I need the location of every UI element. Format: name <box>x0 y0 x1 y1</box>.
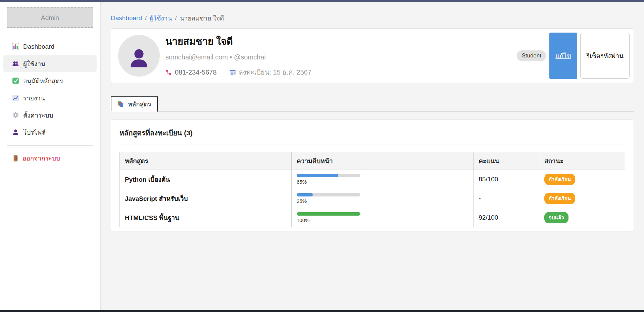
brand-logo: Admin <box>7 7 93 28</box>
sidebar-item-label: ตั้งค่าระบบ <box>23 110 53 120</box>
table-row: HTML/CSS พื้นฐาน 100% 92/100 จบแล้ว <box>120 208 625 227</box>
panel-title: หลักสูตรที่ลงทะเบียน (3) <box>119 127 625 138</box>
edit-button[interactable]: แก้ไข <box>549 33 577 79</box>
avatar <box>118 35 160 77</box>
trend-chart-icon <box>12 94 19 101</box>
table-row: JavaScript สำหรับเว็บ 25% - กำลังเรียน <box>120 189 625 208</box>
sidebar-item-0[interactable]: Dashboard <box>3 38 97 55</box>
sidebar-item-4[interactable]: ตั้งค่าระบบ <box>3 106 97 124</box>
bottom-accent-bar <box>0 310 644 312</box>
sidebar-item-label: รายงาน <box>23 93 45 103</box>
user-email-handle: somchai@email.com • @somchai <box>165 53 517 61</box>
table-row: Python เบื้องต้น 65% 85/100 กำลังเรียน <box>120 170 625 189</box>
sidebar-item-3[interactable]: รายงาน <box>3 89 97 106</box>
user-phone: 081-234-5678 <box>165 69 217 76</box>
books-icon <box>117 100 125 108</box>
progress-label: 25% <box>297 198 468 204</box>
progress-bar-fill <box>297 174 338 177</box>
user-registered-date: ลงทะเบียน: 15 ธ.ค. 2567 <box>230 67 312 78</box>
progress-bar <box>297 212 360 216</box>
progress-bar <box>297 174 360 177</box>
tab-strip: หลักสูตร <box>111 96 634 112</box>
status-badge: กำลังเรียน <box>544 174 575 185</box>
sidebar-item-label: ผู้ใช้งาน <box>23 59 45 69</box>
user-name: นายสมชาย ใจดี <box>165 34 517 49</box>
progress-bar <box>297 193 360 196</box>
column-header-2: คะแนน <box>474 152 539 170</box>
course-name: JavaScript สำหรับเว็บ <box>125 195 188 202</box>
tab-courses[interactable]: หลักสูตร <box>111 96 158 112</box>
sidebar-item-2[interactable]: อนุมัติหลักสูตร <box>3 72 97 89</box>
column-header-3: สถานะ <box>539 152 625 170</box>
score-cell: - <box>474 189 539 208</box>
tab-courses-label: หลักสูตร <box>128 99 151 109</box>
bar-chart-icon <box>12 43 19 50</box>
courses-panel: หลักสูตรที่ลงทะเบียน (3) หลักสูตรความคืบ… <box>111 120 634 231</box>
status-badge: จบแล้ว <box>544 212 568 223</box>
breadcrumb-separator: / <box>145 14 147 22</box>
score-cell: 92/100 <box>474 208 539 227</box>
check-square-icon <box>12 77 19 84</box>
door-icon <box>12 155 19 162</box>
main-content: Dashboard/ผู้ใช้งาน/นายสมชาย ใจดี นายสมช… <box>101 2 644 310</box>
sidebar-item-label: อนุมัติหลักสูตร <box>23 76 63 86</box>
person-icon <box>12 129 19 136</box>
users-icon <box>12 60 19 67</box>
column-header-0: หลักสูตร <box>120 152 292 170</box>
sidebar-nav: Dashboard ผู้ใช้งาน อนุมัติหลักสูตร รายง… <box>0 38 100 141</box>
breadcrumb-item-0[interactable]: Dashboard <box>111 14 142 22</box>
phone-icon <box>165 69 172 76</box>
breadcrumb-item-2: นายสมชาย ใจดี <box>180 13 224 23</box>
progress-label: 100% <box>297 217 468 223</box>
courses-table: หลักสูตรความคืบหน้าคะแนนสถานะ Python เบื… <box>119 152 625 227</box>
sidebar-item-5[interactable]: โปรไฟล์ <box>3 124 97 141</box>
sidebar-item-label: Dashboard <box>23 43 54 50</box>
progress-bar-fill <box>297 212 360 216</box>
progress-bar-fill <box>297 193 313 196</box>
gear-icon <box>12 112 19 119</box>
status-badge: กำลังเรียน <box>544 193 575 204</box>
calendar-icon <box>230 69 236 76</box>
sidebar-item-1[interactable]: ผู้ใช้งาน <box>3 55 97 72</box>
table-header-row: หลักสูตรความคืบหน้าคะแนนสถานะ <box>120 152 625 170</box>
course-name: Python เบื้องต้น <box>125 176 170 183</box>
breadcrumb-item-1[interactable]: ผู้ใช้งาน <box>150 13 172 23</box>
score-cell: 85/100 <box>474 170 539 189</box>
person-silhouette-icon <box>128 47 150 70</box>
sidebar-divider <box>7 145 93 146</box>
user-profile-card: นายสมชาย ใจดี somchai@email.com • @somch… <box>111 28 634 83</box>
column-header-1: ความคืบหน้า <box>292 152 474 170</box>
reset-password-button[interactable]: รีเซ็ตรหัสผ่าน <box>580 33 630 79</box>
breadcrumb: Dashboard/ผู้ใช้งาน/นายสมชาย ใจดี <box>111 13 634 23</box>
logout-label: ออกจากระบบ <box>22 153 60 163</box>
logout-link[interactable]: ออกจากระบบ <box>0 153 100 163</box>
sidebar-item-label: โปรไฟล์ <box>23 127 46 137</box>
role-badge: Student <box>517 50 546 61</box>
sidebar: Admin Dashboard ผู้ใช้งาน อนุมัติหลักสูต… <box>0 2 101 310</box>
panel-divider <box>119 144 625 144</box>
breadcrumb-separator: / <box>175 14 177 22</box>
progress-label: 65% <box>297 179 468 185</box>
course-name: HTML/CSS พื้นฐาน <box>125 214 179 221</box>
